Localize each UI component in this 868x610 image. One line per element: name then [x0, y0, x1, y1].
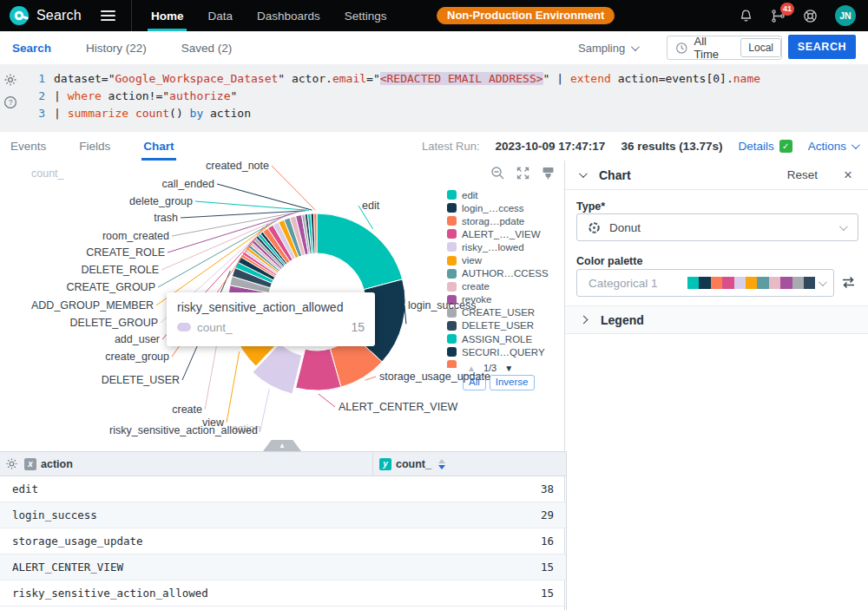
legend-page-up-icon[interactable]: ▲ — [467, 364, 476, 373]
table-settings-gear-icon[interactable] — [5, 457, 18, 470]
chevron-down-icon — [631, 43, 640, 51]
legend-item-SECURI…QUERY[interactable]: SECURI…QUERY — [447, 345, 563, 358]
details-check-icon: ✓ — [779, 140, 792, 153]
details-link[interactable]: Details✓ — [738, 140, 792, 153]
legend-section-header[interactable]: Legend — [565, 305, 868, 334]
legend-item-storag…pdate[interactable]: storag…pdate — [447, 214, 563, 227]
topnav-data[interactable]: Data — [207, 0, 233, 31]
palette-color-swatch — [687, 277, 699, 288]
tab-search[interactable]: Search — [12, 42, 51, 55]
table-row-storage_usage_update[interactable]: storage_usage_update16 — [0, 528, 566, 554]
search-tabs: Search History (22) Saved (2) — [12, 31, 232, 64]
query-text[interactable]: 1dataset="Google_Workspace_Dataset" acto… — [0, 70, 760, 122]
cell-action: risky_sensitive_action_allowed — [0, 587, 372, 600]
palette-color-swatch — [780, 277, 792, 288]
result-tab-chart[interactable]: Chart — [143, 132, 174, 161]
legend-item-login_…ccess[interactable]: login_…ccess — [447, 201, 563, 214]
query-line[interactable]: | summarize count() by action — [54, 107, 251, 120]
table-row-ALERT_CENTER_VIEW[interactable]: ALERT_CENTER_VIEW15 — [0, 554, 566, 580]
donut-slice-edit[interactable] — [317, 213, 403, 290]
app-logo-icon[interactable] — [9, 5, 30, 26]
cell-count: 15 — [372, 587, 566, 600]
legend-all-button[interactable]: All — [463, 375, 486, 390]
palette-color-swatch — [769, 277, 780, 288]
legend-item-ASSIGN_ROLE[interactable]: ASSIGN_ROLE — [447, 332, 563, 345]
sort-icon[interactable] — [438, 459, 445, 469]
legend-inverse-button[interactable]: Inverse — [490, 375, 535, 390]
legend-label: CREATE_USER — [462, 307, 535, 318]
palette-value: Categorical 1 — [589, 277, 658, 290]
topbar-divider — [131, 0, 132, 31]
search-button[interactable]: SEARCH — [788, 35, 856, 59]
cell-action: storage_usage_update — [0, 535, 372, 548]
timezone-local-button[interactable]: Local — [740, 38, 781, 57]
query-line[interactable]: | where action!="authorize" — [54, 89, 237, 102]
query-line[interactable]: dataset="Google_Workspace_Dataset" actor… — [54, 72, 760, 85]
legend-swatch — [447, 282, 457, 292]
line-number: 1 — [0, 70, 54, 88]
leader-line — [319, 394, 335, 407]
legend-page-down-icon[interactable]: ▼ — [504, 364, 513, 373]
tooltip-series-swatch — [177, 323, 191, 331]
table-row-risky_sensitive_action_allowed[interactable]: risky_sensitive_action_allowed15 — [0, 580, 566, 607]
legend-item-AUTHOR…CCESS[interactable]: AUTHOR…CCESS — [447, 267, 563, 280]
time-range-control[interactable]: All Time Local — [667, 36, 782, 60]
reset-button[interactable]: Reset — [787, 168, 818, 181]
legend-label: edit — [462, 190, 478, 200]
chart-type-select[interactable]: Donut — [576, 213, 858, 241]
tab-history[interactable]: History (22) — [86, 42, 147, 55]
settings-title: Chart — [599, 168, 631, 182]
result-tab-events[interactable]: Events — [10, 132, 46, 161]
swap-colors-icon[interactable] — [840, 274, 857, 291]
result-tab-fields[interactable]: Fields — [79, 132, 110, 161]
column-header-action[interactable]: action — [41, 458, 73, 470]
color-palette-select[interactable]: Categorical 1 — [576, 269, 834, 297]
palette-swatches — [687, 277, 815, 288]
time-range-value[interactable]: All Time — [694, 35, 733, 61]
table-row-edit[interactable]: edit38 — [0, 476, 566, 502]
legend-swatch — [447, 360, 457, 368]
topnav-home[interactable]: Home — [151, 0, 184, 31]
legend-item-risky_…lowed[interactable]: risky_…lowed — [447, 240, 563, 253]
legend-item-DELETE_USER[interactable]: DELETE_USER — [447, 319, 563, 332]
chevron-down-icon[interactable] — [579, 169, 588, 178]
help-lifebuoy-icon[interactable] — [803, 9, 818, 23]
legend-page-indicator: 1/3 — [483, 363, 496, 373]
actions-dropdown[interactable]: Actions — [808, 140, 858, 153]
type-field-label: Type* — [576, 200, 605, 213]
column-divider — [372, 452, 373, 476]
legend-item-ALERT_…_VIEW[interactable]: ALERT_…_VIEW — [447, 227, 563, 240]
search-toolbar: Search History (22) Saved (2) Sampling A… — [0, 31, 868, 65]
legend-label: risky_…lowed — [462, 242, 524, 253]
legend-swatch — [447, 347, 457, 357]
legend-item-create[interactable]: create — [447, 280, 563, 293]
sampling-dropdown[interactable]: Sampling — [578, 31, 637, 64]
chart-tooltip: risky_sensitive_action_allowed count_ 15 — [167, 292, 375, 346]
cell-action: ALERT_CENTER_VIEW — [0, 561, 372, 574]
column-header-count[interactable]: count_ — [396, 458, 431, 470]
legend-item-revoke[interactable]: revoke — [447, 293, 563, 306]
hamburger-menu-icon[interactable] — [101, 10, 115, 21]
table-row-login_success[interactable]: login_success29 — [0, 502, 566, 528]
topnav-dashboards[interactable]: Dashboards — [257, 0, 320, 31]
query-editor[interactable]: ? 1dataset="Google_Workspace_Dataset" ac… — [0, 64, 868, 132]
topnav-settings[interactable]: Settings — [345, 0, 387, 31]
palette-color-swatch — [757, 277, 768, 288]
product-title: Search — [36, 8, 82, 23]
legend-item-view[interactable]: view — [447, 253, 563, 266]
clock-icon — [675, 42, 688, 55]
legend-swatch — [447, 334, 457, 344]
legend-swatch — [447, 269, 457, 279]
results-count: 36 results (13.77s) — [621, 140, 722, 153]
legend-swatch — [447, 308, 457, 318]
close-icon[interactable]: × — [844, 167, 852, 182]
cell-count: 38 — [372, 482, 566, 495]
user-avatar[interactable]: JN — [835, 5, 856, 26]
notifications-bell-icon[interactable] — [739, 9, 753, 23]
x-axis-badge: x — [24, 458, 36, 470]
workflow-branch-icon[interactable]: 41 — [771, 9, 786, 23]
legend-item-edit[interactable]: edit — [447, 188, 563, 201]
legend-item-CREATE_USER[interactable]: CREATE_USER — [447, 306, 563, 319]
latest-run-timestamp: 2023-10-09 17:47:17 — [496, 140, 606, 153]
tab-saved[interactable]: Saved (2) — [181, 42, 233, 55]
